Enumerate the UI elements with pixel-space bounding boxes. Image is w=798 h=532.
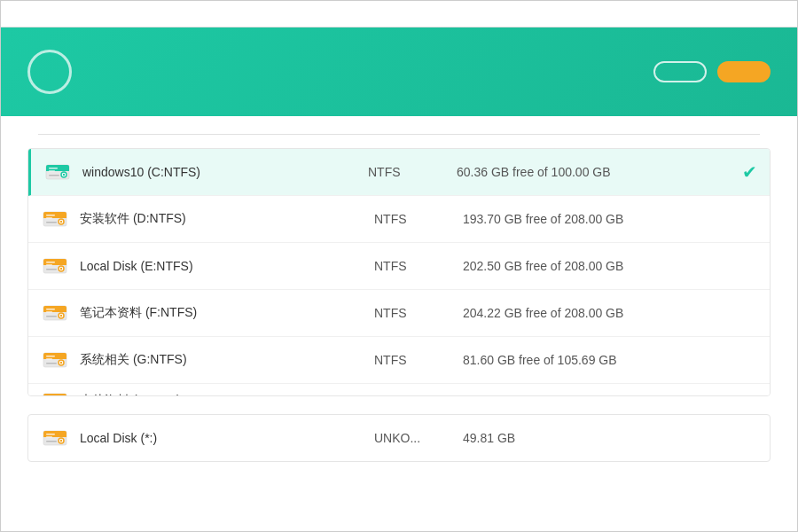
other-drives-section: Local Disk (*:) UNKO... 49.81 GB bbox=[27, 414, 771, 462]
drive-name: windows10 (C:NTFS) bbox=[82, 165, 368, 179]
drive-filesystem: UNKO... bbox=[374, 431, 463, 445]
hard-disk-drive-list[interactable]: windows10 (C:NTFS) NTFS 60.36 GB free of… bbox=[27, 148, 771, 396]
drive-name: 系统相关 (G:NTFS) bbox=[80, 352, 374, 368]
drive-row[interactable]: 系统相关 (G:NTFS) NTFS 81.60 GB free of 105.… bbox=[28, 337, 770, 384]
svg-rect-53 bbox=[46, 434, 55, 435]
drive-icon bbox=[41, 205, 69, 233]
drive-icon bbox=[41, 299, 69, 327]
svg-rect-21 bbox=[46, 262, 55, 263]
drive-size: 202.50 GB free of 208.00 GB bbox=[463, 259, 757, 273]
drive-size: 204.22 GB free of 208.00 GB bbox=[463, 306, 757, 320]
drive-row[interactable]: windows10 (C:NTFS) NTFS 60.36 GB free of… bbox=[28, 149, 770, 196]
svg-rect-30 bbox=[46, 311, 52, 313]
drive-name: Local Disk (E:NTFS) bbox=[80, 259, 374, 273]
svg-rect-39 bbox=[46, 363, 57, 364]
section-divider bbox=[38, 134, 760, 135]
close-button[interactable] bbox=[774, 7, 788, 21]
drive-size: 60.36 GB free of 100.00 GB bbox=[457, 165, 742, 179]
drive-size: 193.70 GB free of 208.00 GB bbox=[463, 212, 757, 226]
header-buttons bbox=[653, 61, 771, 82]
drive-filesystem: NTFS bbox=[374, 353, 463, 367]
other-drive-row[interactable]: Local Disk (*:) UNKO... 49.81 GB bbox=[27, 414, 771, 462]
drive-row[interactable]: 笔记本资料 (F:NTFS) NTFS 204.22 GB free of 20… bbox=[28, 290, 770, 337]
hard-disk-section-header bbox=[27, 134, 771, 135]
svg-rect-41 bbox=[43, 394, 66, 396]
minimize-button[interactable] bbox=[732, 7, 746, 21]
restore-button[interactable] bbox=[753, 7, 767, 21]
svg-rect-15 bbox=[46, 222, 57, 223]
svg-rect-31 bbox=[46, 316, 57, 317]
svg-rect-13 bbox=[46, 215, 55, 216]
drive-name: 笔记本资料 (F:NTFS) bbox=[80, 305, 374, 321]
drive-size: 81.60 GB free of 105.69 GB bbox=[463, 353, 757, 367]
svg-rect-7 bbox=[49, 175, 59, 176]
drive-check-icon: ✔ bbox=[742, 161, 757, 183]
drive-icon bbox=[41, 387, 69, 396]
drive-size: 40.35 GB free of 51.01 GB bbox=[463, 394, 757, 396]
drive-name: 安装软件 (D:NTFS) bbox=[80, 211, 374, 227]
drive-icon bbox=[41, 424, 69, 452]
drive-row[interactable]: 木从资料 (I:NTFS) NTFS 40.35 GB free of 51.0… bbox=[28, 384, 770, 396]
step-circle bbox=[27, 50, 72, 94]
drive-size: 49.81 GB bbox=[463, 431, 757, 445]
main-content: windows10 (C:NTFS) NTFS 60.36 GB free of… bbox=[1, 116, 797, 532]
svg-rect-54 bbox=[46, 436, 52, 438]
header-left bbox=[27, 50, 90, 94]
drive-row[interactable]: 安装软件 (D:NTFS) NTFS 193.70 GB free of 208… bbox=[28, 196, 770, 243]
drive-filesystem: NTFS bbox=[374, 306, 463, 320]
svg-rect-55 bbox=[46, 441, 57, 442]
header-banner bbox=[1, 27, 797, 116]
svg-rect-5 bbox=[49, 168, 58, 169]
svg-rect-22 bbox=[46, 264, 52, 266]
drive-filesystem: NTFS bbox=[374, 394, 463, 396]
drive-row[interactable]: Local Disk (E:NTFS) NTFS 202.50 GB free … bbox=[28, 243, 770, 290]
back-button[interactable] bbox=[653, 61, 707, 82]
drive-name: Local Disk (*:) bbox=[80, 431, 374, 445]
drive-icon bbox=[41, 346, 69, 374]
svg-rect-14 bbox=[46, 217, 52, 219]
svg-point-12 bbox=[60, 221, 62, 223]
svg-point-4 bbox=[63, 174, 65, 176]
scan-button[interactable] bbox=[717, 61, 771, 82]
drive-filesystem: NTFS bbox=[374, 259, 463, 273]
svg-point-28 bbox=[60, 315, 62, 317]
drive-filesystem: NTFS bbox=[368, 165, 457, 179]
svg-rect-6 bbox=[49, 170, 55, 172]
svg-rect-23 bbox=[46, 269, 57, 270]
drive-icon bbox=[41, 252, 69, 280]
svg-point-20 bbox=[60, 268, 62, 270]
drive-filesystem: NTFS bbox=[374, 212, 463, 226]
menu-button[interactable] bbox=[710, 7, 724, 21]
svg-rect-38 bbox=[46, 358, 52, 360]
svg-rect-29 bbox=[46, 309, 55, 310]
svg-point-52 bbox=[60, 440, 62, 442]
drive-name: 木从资料 (I:NTFS) bbox=[80, 393, 374, 396]
drive-icon bbox=[43, 158, 72, 186]
window-controls bbox=[710, 7, 788, 21]
svg-point-36 bbox=[60, 362, 62, 364]
title-bar bbox=[1, 1, 797, 27]
svg-rect-37 bbox=[46, 356, 55, 357]
